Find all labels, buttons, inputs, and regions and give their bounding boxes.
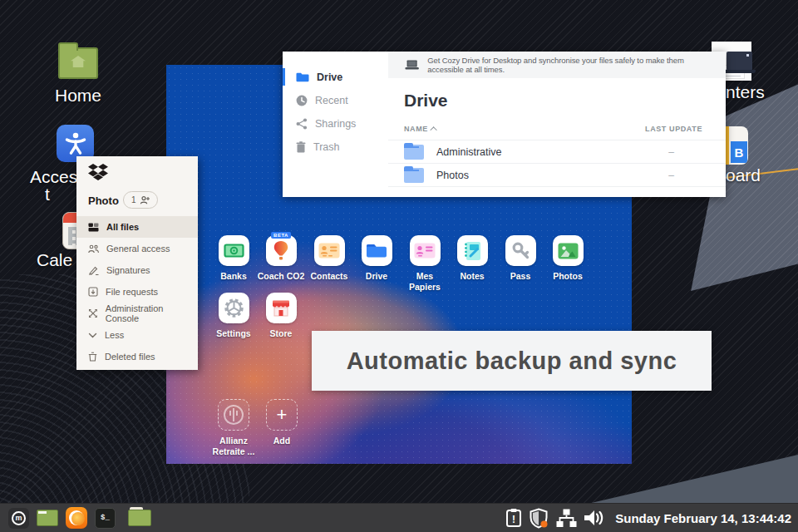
app-notes[interactable]: Notes xyxy=(448,235,496,282)
chevron-down-icon xyxy=(88,332,97,338)
admin-arrows-icon xyxy=(88,308,98,318)
folder-icon xyxy=(296,72,309,82)
book-b-letter: B xyxy=(731,141,747,163)
files-icon xyxy=(88,223,99,232)
banner-text: Get Cozy Drive for Desktop and synchroni… xyxy=(427,56,717,74)
trash-icon xyxy=(296,141,306,153)
clipboard-icon[interactable]: ! xyxy=(505,508,522,528)
taskbar-launchers: m $_ xyxy=(8,507,151,529)
shortcut-allianz[interactable]: Allianz Retraite ... xyxy=(209,399,258,457)
column-name[interactable]: NAME xyxy=(404,125,437,138)
menu-item-administration-console[interactable]: Administration Console xyxy=(76,303,198,324)
column-last-update[interactable]: LAST UPDATE xyxy=(645,125,702,138)
banknote-icon xyxy=(219,235,249,266)
allianz-logo-icon xyxy=(218,399,249,431)
folder-icon xyxy=(404,168,424,183)
menu-item-less[interactable]: Less xyxy=(76,324,198,346)
board-label-partial: oard xyxy=(726,165,761,185)
pen-icon xyxy=(88,266,99,275)
book-b-icon: B xyxy=(726,126,748,165)
sidebar-item-drive[interactable]: Drive xyxy=(283,66,388,87)
workspace-switcher[interactable]: Photo xyxy=(88,195,128,207)
printers-label-partial[interactable]: nters xyxy=(726,82,765,102)
taskbar: m $_ ! xyxy=(0,503,798,532)
table-header: NAME LAST UPDATE xyxy=(404,125,702,138)
key-icon xyxy=(505,235,536,266)
laptop-icon xyxy=(727,52,752,71)
firefox-icon[interactable] xyxy=(66,507,87,529)
cozy-drive-window: Drive Recent Sharings xyxy=(283,52,726,197)
volume-icon[interactable] xyxy=(584,509,605,527)
sidebar-item-trash[interactable]: Trash xyxy=(283,136,388,157)
home-label: Home xyxy=(55,86,101,106)
network-icon[interactable] xyxy=(556,509,577,528)
accessibility-label-line2: t xyxy=(45,185,50,204)
app-photos[interactable]: Photos xyxy=(544,235,592,282)
svg-text:!: ! xyxy=(512,514,515,525)
calendar-label: Cale xyxy=(37,250,72,270)
file-request-icon xyxy=(88,287,98,297)
shield-icon[interactable] xyxy=(529,508,549,529)
trash-icon xyxy=(88,352,97,362)
photo-icon xyxy=(553,235,584,266)
app-pass[interactable]: Pass xyxy=(496,235,544,282)
app-contacts[interactable]: Contacts xyxy=(305,235,353,282)
people-icon xyxy=(88,244,99,254)
menu-button[interactable]: m xyxy=(8,508,29,529)
balloon-icon: BETA xyxy=(266,235,297,266)
file-row-photos[interactable]: Photos – xyxy=(388,163,726,186)
folder-icon xyxy=(362,235,392,266)
contact-card-icon xyxy=(314,235,345,266)
person-add-icon xyxy=(140,195,150,205)
drive-sidebar: Drive Recent Sharings xyxy=(283,52,388,197)
plus-icon: + xyxy=(266,399,298,431)
slogan-banner: Automatic backup and sync xyxy=(312,331,712,391)
app-store[interactable]: Store xyxy=(257,293,305,339)
app-drive[interactable]: Drive xyxy=(352,235,401,282)
show-desktop-button[interactable] xyxy=(37,510,58,526)
gear-icon xyxy=(219,293,249,323)
file-manager-icon[interactable] xyxy=(128,510,151,526)
shortcut-add[interactable]: + Add xyxy=(258,399,306,446)
sidebar-item-recent[interactable]: Recent xyxy=(283,90,388,111)
page-title: Drive xyxy=(404,91,448,111)
desktop-app-banner: Get Cozy Drive for Desktop and synchroni… xyxy=(388,52,726,78)
dropbox-logo-icon xyxy=(88,164,108,182)
laptop-icon xyxy=(405,59,419,71)
mint-logo-icon: m xyxy=(12,511,26,525)
menu-item-all-files[interactable]: All files xyxy=(76,216,198,238)
drive-main: Get Cozy Drive for Desktop and synchroni… xyxy=(388,52,726,197)
desktop-icon-home[interactable]: Home xyxy=(55,47,101,106)
row-divider xyxy=(388,186,726,209)
clock-icon xyxy=(296,95,308,106)
menu-item-file-requests[interactable]: File requests xyxy=(76,281,198,303)
app-coach-co2[interactable]: BETA Coach CO2 xyxy=(257,235,305,282)
home-folder-icon xyxy=(55,47,101,79)
folder-icon xyxy=(404,145,424,160)
desktop-icon-board[interactable]: B xyxy=(726,126,748,165)
notepad-icon xyxy=(457,235,488,266)
sidebar-item-sharings[interactable]: Sharings xyxy=(283,113,388,134)
storefront-icon xyxy=(266,293,297,323)
terminal-icon[interactable]: $_ xyxy=(95,508,116,529)
beta-badge: BETA xyxy=(271,232,291,239)
app-mes-papiers[interactable]: Mes Papiers xyxy=(401,235,449,293)
dropbox-panel: Photo 1 All files xyxy=(76,156,198,370)
accessibility-label: Acces xyxy=(30,167,77,187)
app-settings[interactable]: Settings xyxy=(209,293,258,339)
clock[interactable]: Sunday February 14, 13:44:42 xyxy=(615,511,791,525)
file-row-administrative[interactable]: Administrative – xyxy=(388,140,726,163)
members-badge[interactable]: 1 xyxy=(123,191,158,209)
sort-asc-icon xyxy=(430,126,436,133)
system-tray: ! xyxy=(505,508,791,529)
papers-card-icon xyxy=(410,235,441,266)
slogan-text: Automatic backup and sync xyxy=(347,347,677,375)
menu-item-signatures[interactable]: Signatures xyxy=(76,259,198,281)
menu-item-deleted-files[interactable]: Deleted files xyxy=(76,346,198,367)
desktop: Home Acces t Cale nters B oard xyxy=(0,0,798,532)
share-icon xyxy=(296,118,308,130)
app-banks[interactable]: Banks xyxy=(209,235,258,282)
menu-item-general-access[interactable]: General access xyxy=(76,238,198,259)
